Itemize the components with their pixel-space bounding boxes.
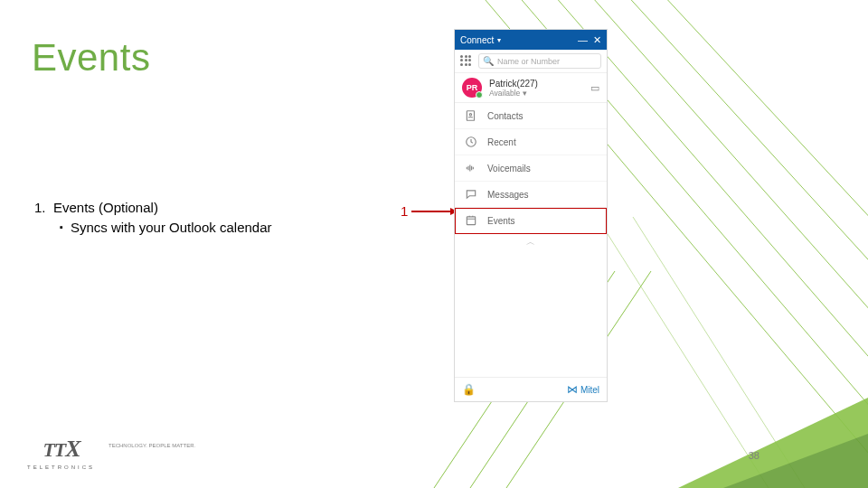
nav-label: Contacts	[487, 111, 523, 121]
search-icon: 🔍	[483, 56, 494, 66]
chevron-up-icon[interactable]: ︿	[455, 234, 607, 250]
avatar: PR	[462, 78, 482, 98]
connect-app-panel: Connect ▾ — ✕ 🔍 Name or Number PR	[454, 29, 608, 402]
chevron-down-icon: ▾	[497, 36, 501, 44]
svg-rect-5	[467, 217, 475, 225]
mitel-logo-icon: ⋈	[567, 383, 578, 396]
panel-titlebar[interactable]: Connect ▾ — ✕	[455, 30, 607, 50]
list-heading: Events (Optional)	[53, 199, 158, 217]
list-number: 1.	[34, 199, 48, 217]
callout-number: 1	[401, 203, 408, 219]
status-available-icon	[476, 91, 483, 99]
contacts-icon	[464, 108, 478, 123]
nav-label: Messages	[487, 190, 529, 200]
brand-label: Mitel	[580, 385, 599, 395]
voicemail-badge-icon: ▭	[590, 82, 599, 94]
avatar-initials: PR	[467, 83, 478, 92]
nav-list: Contacts Recent Voicemails Messages	[455, 103, 607, 250]
panel-footer: 🔒 ⋈ Mitel	[455, 377, 607, 401]
lock-icon[interactable]: 🔒	[462, 383, 476, 396]
body-content: 1. Events (Optional) ▪ Syncs with your O…	[34, 199, 272, 238]
vendor-tagline: TECHNOLOGY. PEOPLE MATTER.	[108, 443, 195, 448]
profile-name: Patrick(227)	[489, 79, 538, 89]
list-subtext: Syncs with your Outlook calendar	[71, 219, 272, 237]
ttx-mark: TTX	[42, 436, 79, 463]
dialpad-icon[interactable]	[460, 55, 473, 68]
voicemail-icon	[464, 161, 478, 175]
search-placeholder: Name or Number	[497, 57, 560, 66]
nav-label: Events	[487, 216, 515, 226]
search-input[interactable]: 🔍 Name or Number	[478, 53, 601, 69]
panel-title: Connect	[460, 35, 494, 45]
svg-marker-1	[723, 434, 868, 488]
clock-icon	[464, 135, 478, 149]
calendar-icon	[464, 213, 478, 228]
nav-item-messages[interactable]: Messages	[455, 182, 607, 208]
nav-item-voicemails[interactable]: Voicemails	[455, 155, 607, 182]
nav-item-events[interactable]: Events	[455, 208, 607, 234]
page-number: 38	[749, 450, 760, 461]
nav-item-contacts[interactable]: Contacts	[455, 103, 607, 129]
brand-mitel: ⋈ Mitel	[567, 383, 599, 396]
arrow-icon	[411, 211, 457, 212]
nav-label: Voicemails	[487, 164, 531, 174]
svg-marker-0	[678, 398, 868, 488]
vendor-name: TELETRONICS	[27, 465, 95, 470]
svg-point-3	[469, 114, 471, 116]
minimize-icon[interactable]: —	[578, 34, 588, 45]
messages-icon	[464, 187, 478, 202]
profile-row[interactable]: PR Patrick(227) Available ▾ ▭	[455, 73, 607, 103]
callout-1: 1	[401, 203, 457, 219]
profile-status[interactable]: Available ▾	[489, 89, 538, 98]
page-title: Events	[32, 36, 150, 80]
nav-label: Recent	[487, 137, 516, 147]
close-icon[interactable]: ✕	[593, 34, 601, 46]
bullet-icon: ▪	[60, 219, 63, 237]
vendor-logo: TTX TELETRONICS TECHNOLOGY. PEOPLE MATTE…	[27, 436, 95, 470]
nav-item-recent[interactable]: Recent	[455, 129, 607, 155]
